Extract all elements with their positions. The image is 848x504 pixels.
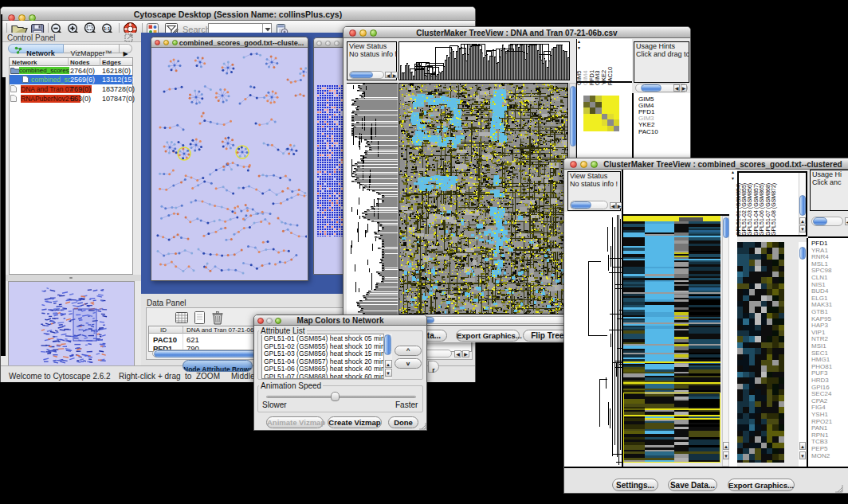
svg-text:1:1: 1:1 bbox=[104, 26, 110, 31]
